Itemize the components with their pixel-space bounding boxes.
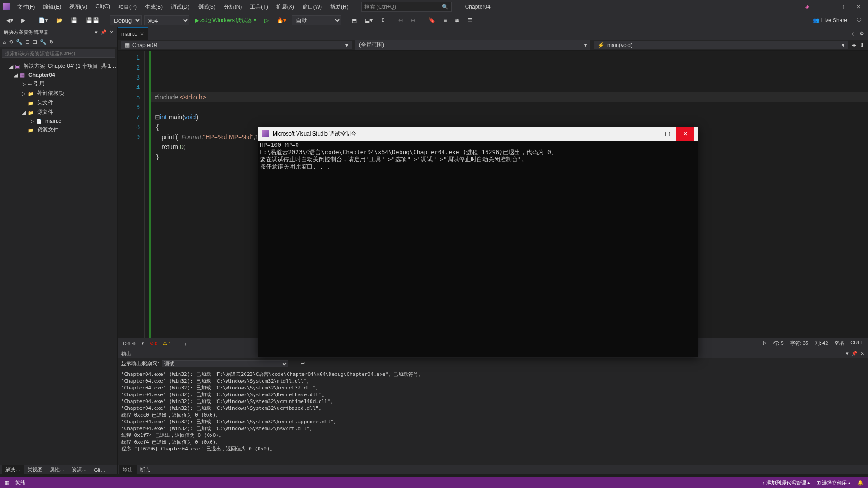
tab-properties[interactable]: 属性… <box>46 465 68 474</box>
output-close-icon[interactable]: ✕ <box>860 351 864 357</box>
output-clear-icon[interactable]: ≣ <box>294 361 298 366</box>
menu-analyze[interactable]: 分析(N) <box>220 1 246 13</box>
output-source-dropdown[interactable]: 调试 <box>162 360 288 367</box>
nav-fwd-button[interactable]: ▶ <box>19 16 28 24</box>
home-icon[interactable]: ⌂ <box>3 39 6 45</box>
tb-misc1[interactable]: ⬒ <box>349 16 359 24</box>
nav-fwd2-icon[interactable]: ▷ <box>763 340 767 347</box>
breadcrumb-scope[interactable]: (全局范围)▾ <box>355 40 590 50</box>
console-minimize[interactable]: ─ <box>640 127 658 141</box>
console-output[interactable]: HP=100 MP=0 F:\易道云2023\C语言\code\Chapter0… <box>258 141 698 357</box>
auto-dropdown[interactable]: 自动 <box>292 15 341 25</box>
notifications-icon[interactable]: 🔔 <box>857 480 863 486</box>
tab-resource[interactable]: 资源… <box>68 465 90 474</box>
select-repo[interactable]: ⊞ 选择存储库 ▴ <box>816 479 851 486</box>
format-button[interactable]: ☰ <box>465 16 475 24</box>
save-all-button[interactable]: 💾💾 <box>83 16 102 24</box>
tree-solution[interactable]: ◢解决方案 'Chapter04' (1 个项目, 共 1 … <box>0 61 117 71</box>
output-dd-icon[interactable]: ▾ <box>846 351 849 357</box>
tab-output[interactable]: 输出 <box>119 465 137 474</box>
tree-headers[interactable]: 头文件 <box>0 98 117 108</box>
tree-sources[interactable]: ◢源文件 <box>0 108 117 117</box>
platform-dropdown[interactable]: x64 <box>144 15 189 25</box>
tab-close-icon[interactable]: ✕ <box>140 31 144 37</box>
indent-out-button[interactable]: ↤ <box>396 16 406 24</box>
menu-edit[interactable]: 编辑(E) <box>39 1 65 13</box>
minimize-button[interactable]: ─ <box>817 2 831 11</box>
comment-button[interactable]: ≡ <box>441 16 449 24</box>
hot-reload-button[interactable]: 🔥▾ <box>274 16 289 24</box>
indent-in-button[interactable]: ↦ <box>408 16 418 24</box>
tb-misc2[interactable]: ⬓▾ <box>362 16 375 24</box>
tree-resources[interactable]: 资源文件 <box>0 125 117 135</box>
save-button[interactable]: 💾 <box>68 16 80 24</box>
new-item-button[interactable]: 📄▾ <box>36 16 51 24</box>
add-source-control[interactable]: ↑ 添加到源代码管理 ▴ <box>762 479 810 486</box>
breadcrumb-symbol[interactable]: ⚡main(void)▾ <box>594 41 848 49</box>
tab-breakpoints[interactable]: 断点 <box>137 465 154 474</box>
tree-main-c[interactable]: ▷main.c <box>0 117 117 125</box>
refresh-icon[interactable]: ↻ <box>49 39 54 45</box>
tree-project[interactable]: ◢Chapter04 <box>0 71 117 79</box>
tab-git[interactable]: Git… <box>90 466 109 474</box>
zoom-dd-icon[interactable]: ▾ <box>142 340 144 346</box>
start-nodebug-button[interactable]: ▷ <box>262 16 271 24</box>
sync-icon[interactable]: ⟲ <box>9 39 13 45</box>
zoom-level[interactable]: 136 % <box>122 341 136 346</box>
split-vert-icon[interactable]: ⬍ <box>860 42 864 48</box>
solution-search-input[interactable] <box>2 49 115 58</box>
breadcrumb-project[interactable]: ▦Chapter04▾ <box>121 41 352 49</box>
menu-build[interactable]: 生成(B) <box>141 1 166 13</box>
config-dropdown[interactable]: Debug <box>110 15 142 25</box>
panel-options-icon[interactable]: ▾ <box>95 29 98 35</box>
tree-external[interactable]: ▷外部依赖项 <box>0 89 117 98</box>
line-ending[interactable]: CRLF <box>850 340 863 347</box>
output-content[interactable]: "Chapter04.exe" (Win32): 已加载 "F:\易道云2023… <box>118 369 868 465</box>
collapse-icon[interactable]: ⊟ <box>25 39 30 45</box>
console-close[interactable]: ✕ <box>676 127 694 141</box>
editor-settings-icon[interactable]: ⚙ <box>859 30 864 37</box>
tab-solution[interactable]: 解决… <box>2 465 24 474</box>
nav-up-icon[interactable]: ↑ <box>176 341 179 346</box>
menu-help[interactable]: 帮助(H) <box>326 1 352 13</box>
uncomment-button[interactable]: ≢ <box>452 16 462 24</box>
maximize-button[interactable]: ▢ <box>835 2 848 11</box>
close-button[interactable]: ✕ <box>852 2 865 11</box>
panel-pin-icon[interactable]: 📌 <box>100 29 107 35</box>
output-pin-icon[interactable]: 📌 <box>851 351 858 357</box>
start-debug-button[interactable]: ▶ 本地 Windows 调试器 ▾ <box>192 16 259 25</box>
user-badge-icon[interactable]: ◈ <box>800 2 814 11</box>
menu-test[interactable]: 测试(S) <box>194 1 219 13</box>
liveshare-button[interactable]: 👥Live Share <box>813 17 847 23</box>
insert-mode[interactable]: 空格 <box>834 340 844 347</box>
editor-tab-main-c[interactable]: main.c ✕ <box>118 27 148 40</box>
menu-debug[interactable]: 调试(D) <box>167 1 193 13</box>
panel-close-icon[interactable]: ✕ <box>109 29 113 35</box>
output-wrap-icon[interactable]: ↩ <box>301 361 305 366</box>
nav-down-icon[interactable]: ↓ <box>184 341 187 346</box>
console-maximize[interactable]: ▢ <box>658 127 676 141</box>
bookmark-button[interactable]: 🔖 <box>426 16 438 24</box>
tree-references[interactable]: ▷▪▫引用 <box>0 79 117 89</box>
properties-icon[interactable]: 🔧 <box>40 39 47 45</box>
admin-icon[interactable]: 🛡 <box>854 16 864 24</box>
tb-misc3[interactable]: ↧ <box>378 16 388 24</box>
console-title-bar[interactable]: Microsoft Visual Studio 调试控制台 ─ ▢ ✕ <box>258 127 698 141</box>
code-lens-icon[interactable]: ☼ <box>851 30 856 37</box>
menu-file[interactable]: 文件(F) <box>14 1 38 13</box>
menu-window[interactable]: 窗口(W) <box>299 1 326 13</box>
open-button[interactable]: 📂 <box>53 16 66 24</box>
show-all-icon[interactable]: ⊡ <box>33 39 37 45</box>
warning-count[interactable]: ⚠ 1 <box>163 340 171 346</box>
wrench-icon[interactable]: 🔧 <box>16 39 23 45</box>
error-count[interactable]: ⊘ 0 <box>150 340 157 346</box>
menu-tools[interactable]: 工具(T) <box>246 1 271 13</box>
tab-classview[interactable]: 类视图 <box>24 465 46 474</box>
menu-project[interactable]: 项目(P) <box>115 1 140 13</box>
menu-view[interactable]: 视图(V) <box>66 1 91 13</box>
menu-git[interactable]: Git(G) <box>92 1 114 13</box>
split-horiz-icon[interactable]: ⬌ <box>852 42 856 48</box>
nav-back-button[interactable]: ◀▾ <box>4 16 16 24</box>
global-search[interactable]: 搜索 (Ctrl+Q) 🔍 <box>361 2 452 12</box>
menu-extensions[interactable]: 扩展(X) <box>273 1 298 13</box>
